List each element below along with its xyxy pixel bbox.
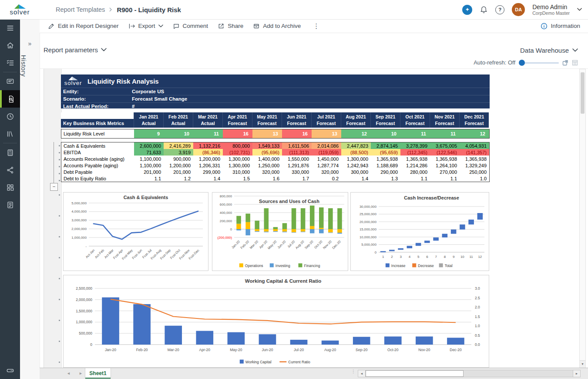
metric-cell[interactable]: 800,000 bbox=[223, 142, 252, 149]
metric-cell[interactable]: 1.5 bbox=[223, 175, 252, 182]
row-label[interactable]: Debt to Equity Ratio bbox=[61, 175, 134, 182]
month-header-cell[interactable]: May 2021Forecast bbox=[252, 112, 282, 128]
metric-cell[interactable]: 4,054,931 bbox=[460, 142, 489, 149]
risk-level-cell[interactable]: 9 bbox=[134, 129, 164, 138]
information-button[interactable]: Information bbox=[541, 23, 580, 30]
metric-cell[interactable]: 0.2 bbox=[312, 175, 341, 182]
solver-logo[interactable]: solver bbox=[0, 0, 40, 19]
breadcrumb-report-templates[interactable]: Report Templates bbox=[56, 6, 105, 13]
metric-cell[interactable]: (86,346) bbox=[193, 149, 223, 156]
sidebar-menu-button[interactable] bbox=[0, 19, 20, 37]
vertical-scrollbar-thumb[interactable] bbox=[581, 72, 585, 114]
avatar[interactable]: DA bbox=[512, 3, 525, 16]
risk-level-cell[interactable]: 11 bbox=[193, 129, 223, 138]
metric-cell[interactable]: 1,200,000 bbox=[164, 162, 193, 169]
metric-cell[interactable]: 1,206,331 bbox=[193, 162, 223, 169]
metric-cell[interactable]: 1,291,876 bbox=[282, 162, 312, 169]
sheetbar-drag-handle[interactable]: ⋮ bbox=[351, 370, 356, 372]
sidebar-item-apps[interactable] bbox=[0, 179, 20, 196]
metric-cell[interactable]: (122,546) bbox=[430, 149, 460, 156]
metric-cell[interactable]: 1,365,938 bbox=[400, 156, 430, 162]
metric-cell[interactable]: 1,100,000 bbox=[134, 162, 164, 169]
scroll-left-button[interactable]: ◄ bbox=[358, 370, 366, 377]
more-options-button[interactable]: ⋮ bbox=[313, 22, 319, 30]
metric-cell[interactable]: 290,000 bbox=[371, 169, 400, 175]
row-label[interactable]: Liquidity Risk Level bbox=[61, 129, 134, 138]
metric-cell[interactable]: 1.1 bbox=[134, 175, 164, 182]
risk-level-cell[interactable]: 12 bbox=[460, 129, 489, 138]
metric-cell[interactable]: 900,000 bbox=[164, 156, 193, 162]
metric-cell[interactable]: 270,000 bbox=[430, 169, 460, 175]
sidebar-item-reports-active[interactable] bbox=[0, 90, 20, 108]
auto-refresh-slider[interactable] bbox=[519, 60, 559, 66]
metric-cell[interactable]: 71,633 bbox=[134, 149, 164, 156]
edit-in-report-designer-button[interactable]: Edit in Report Designer bbox=[48, 23, 119, 30]
month-header-cell[interactable]: Sep 2021Forecast bbox=[370, 112, 400, 128]
metric-cell[interactable]: 2,447,823 bbox=[341, 142, 371, 149]
history-rail-label[interactable]: History bbox=[20, 55, 40, 77]
risk-level-cell[interactable]: 10 bbox=[164, 129, 193, 138]
metric-cell[interactable]: 2,416,289 bbox=[164, 142, 193, 149]
vertical-scrollbar[interactable]: ▼ bbox=[579, 69, 586, 368]
metric-cell[interactable]: 2,600,000 bbox=[134, 142, 164, 149]
row-label[interactable]: Accounts Payable (aging) bbox=[61, 162, 134, 169]
metric-cell[interactable]: 1,365,938 bbox=[460, 156, 489, 162]
share-button[interactable]: Share bbox=[218, 23, 243, 30]
metric-cell[interactable]: 1.1 bbox=[400, 175, 430, 182]
comment-button[interactable]: Comment bbox=[173, 23, 208, 30]
sidebar-item-workflow[interactable] bbox=[0, 161, 20, 179]
month-header-cell[interactable]: Feb 2021Actual bbox=[163, 112, 193, 128]
risk-level-cell[interactable]: 16 bbox=[282, 129, 312, 138]
metric-cell[interactable]: (112,345) bbox=[400, 149, 430, 156]
sidebar-item-console[interactable] bbox=[0, 362, 20, 379]
report-parameters-toggle[interactable]: Report parameters bbox=[44, 46, 107, 54]
horizontal-scrollbar[interactable]: ◄ ► bbox=[358, 370, 581, 377]
metric-cell[interactable]: 1,365,938 bbox=[371, 156, 400, 162]
metric-cell[interactable]: 1,611,506 bbox=[282, 142, 312, 149]
month-header-cell[interactable]: Apr 2021Forecast bbox=[222, 112, 252, 128]
metric-cell[interactable]: 1,450,000 bbox=[312, 156, 341, 162]
horizontal-scrollbar-thumb[interactable] bbox=[366, 370, 464, 377]
metric-cell[interactable]: 300,000 bbox=[341, 169, 371, 175]
table-view-icon[interactable] bbox=[572, 60, 578, 66]
metric-cell[interactable]: 320,000 bbox=[252, 169, 282, 175]
metric-cell[interactable]: 250,000 bbox=[460, 169, 489, 175]
scroll-right-button[interactable]: ► bbox=[573, 370, 580, 377]
history-expand-button[interactable]: » bbox=[20, 40, 40, 47]
risk-level-cell[interactable]: 11 bbox=[430, 129, 460, 138]
metric-cell[interactable]: 1.0 bbox=[460, 175, 489, 182]
month-header-cell[interactable]: Mar 2021Actual bbox=[193, 112, 222, 128]
metric-cell[interactable]: 3,919 bbox=[164, 149, 193, 156]
scroll-down-button[interactable]: ▼ bbox=[580, 360, 585, 368]
metric-cell[interactable]: 1.7 bbox=[282, 175, 312, 182]
metric-cell[interactable]: 1.3 bbox=[371, 175, 400, 182]
month-header-cell[interactable]: Nov 2021Forecast bbox=[430, 112, 459, 128]
metric-cell[interactable]: 1,300,000 bbox=[341, 156, 371, 162]
metric-cell[interactable]: 1,100,000 bbox=[134, 156, 164, 162]
metric-cell[interactable]: (119,059) bbox=[312, 149, 341, 156]
user-menu-chevron-icon[interactable] bbox=[577, 8, 582, 11]
sidebar-item-tasks[interactable] bbox=[0, 54, 20, 71]
row-label[interactable]: Cash & Equivalents bbox=[61, 142, 134, 149]
sidebar-item-library[interactable] bbox=[0, 125, 20, 142]
sidebar-item-audit[interactable] bbox=[0, 196, 20, 213]
metric-cell[interactable]: 1.4 bbox=[341, 175, 371, 182]
sheet-nav-prev-button[interactable]: ◄ bbox=[67, 368, 71, 379]
month-header-cell[interactable]: Jul 2021Forecast bbox=[311, 112, 341, 128]
metric-cell[interactable]: 2,014,086 bbox=[312, 142, 341, 149]
risk-level-cell[interactable]: 16 bbox=[223, 129, 252, 138]
month-header-cell[interactable]: Oct 2021Forecast bbox=[400, 112, 430, 128]
risk-level-cell[interactable]: 11 bbox=[400, 129, 430, 138]
add-to-archive-button[interactable]: Add to Archive bbox=[253, 23, 301, 30]
help-icon[interactable]: ? bbox=[495, 5, 504, 14]
metric-cell[interactable]: 330,000 bbox=[282, 169, 312, 175]
metric-cell[interactable]: 1,365,938 bbox=[430, 156, 460, 162]
metric-cell[interactable]: 1,188,689 bbox=[371, 162, 400, 169]
metric-cell[interactable]: 1.6 bbox=[252, 175, 282, 182]
month-header-cell[interactable]: Jan 2021Actual bbox=[134, 112, 163, 128]
metric-cell[interactable]: 1,300,000 bbox=[223, 156, 252, 162]
metric-cell[interactable]: 320,000 bbox=[312, 169, 341, 175]
metric-cell[interactable]: (102,731) bbox=[223, 149, 252, 156]
metric-cell[interactable]: 1,264,100 bbox=[430, 162, 460, 169]
metric-cell[interactable]: 1.1 bbox=[430, 175, 460, 182]
